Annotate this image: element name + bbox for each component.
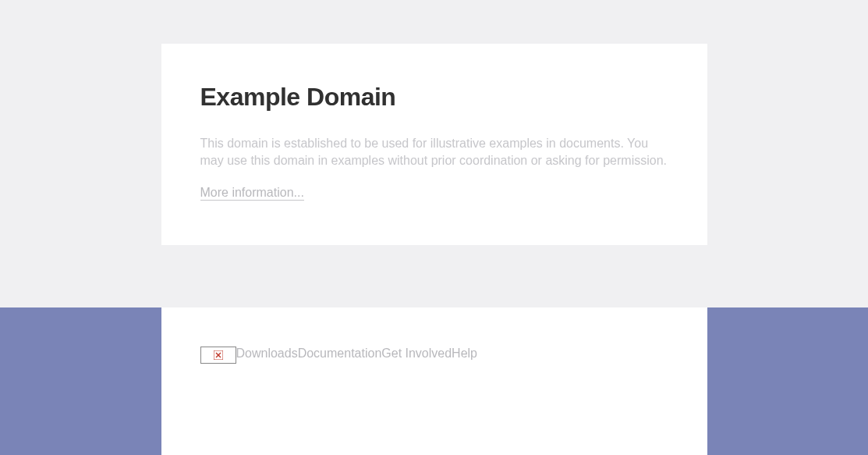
description-text: This domain is established to be used fo…	[200, 135, 668, 169]
footer-link-documentation[interactable]: Documentation	[298, 347, 382, 361]
footer-links: Downloads Documentation Get Involved Hel…	[236, 347, 478, 361]
more-information-link[interactable]: More information...	[200, 186, 304, 201]
footer-inner: Downloads Documentation Get Involved Hel…	[161, 307, 707, 455]
footer-link-help[interactable]: Help	[452, 347, 477, 361]
content-box: Example Domain This domain is establishe…	[161, 44, 707, 245]
broken-image-icon	[200, 347, 236, 364]
main-section: Example Domain This domain is establishe…	[0, 0, 868, 307]
footer-link-downloads[interactable]: Downloads	[236, 347, 298, 361]
footer-section: Downloads Documentation Get Involved Hel…	[0, 307, 868, 455]
page-title: Example Domain	[200, 83, 668, 112]
footer-link-get-involved[interactable]: Get Involved	[381, 347, 452, 361]
